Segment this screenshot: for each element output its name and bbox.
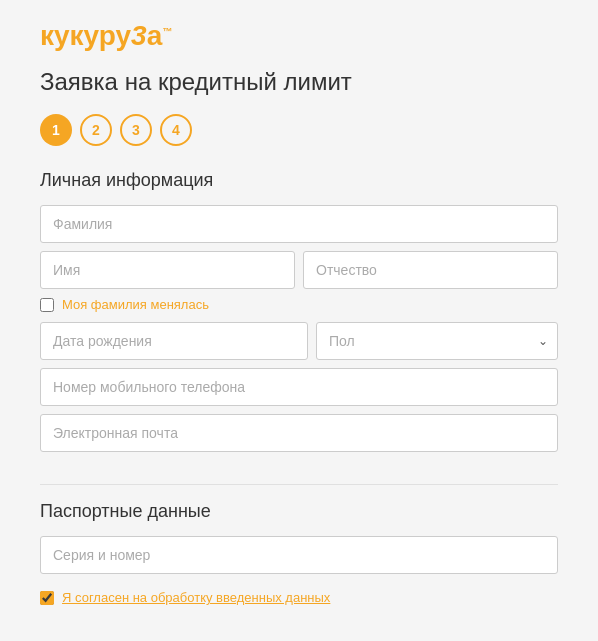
logo-text: кукуру3а: [40, 20, 162, 51]
steps-container: 1 2 3 4: [40, 114, 558, 146]
step-1[interactable]: 1: [40, 114, 72, 146]
page-title: Заявка на кредитный лимит: [40, 68, 558, 96]
series-number-input[interactable]: [40, 536, 558, 574]
phone-input[interactable]: [40, 368, 558, 406]
middle-name-input[interactable]: [303, 251, 558, 289]
name-row: [40, 251, 558, 289]
logo: кукуру3а™: [40, 20, 172, 52]
last-name-input[interactable]: [40, 205, 558, 243]
personal-info-section: Личная информация Моя фамилия менялась П…: [40, 170, 558, 460]
email-input[interactable]: [40, 414, 558, 452]
changed-surname-checkbox[interactable]: [40, 298, 54, 312]
birth-date-input[interactable]: [40, 322, 308, 360]
gender-wrapper: Пол Мужской Женский ⌄: [316, 322, 558, 360]
changed-surname-row: Моя фамилия менялась: [40, 297, 558, 312]
step-4[interactable]: 4: [160, 114, 192, 146]
consent-label[interactable]: Я согласен на обработку введенных данных: [62, 590, 330, 605]
consent-row: Я согласен на обработку введенных данных: [40, 590, 558, 605]
consent-checkbox[interactable]: [40, 591, 54, 605]
first-name-input[interactable]: [40, 251, 295, 289]
logo-tm: ™: [162, 26, 172, 37]
changed-surname-label[interactable]: Моя фамилия менялась: [62, 297, 209, 312]
personal-info-title: Личная информация: [40, 170, 558, 191]
step-2[interactable]: 2: [80, 114, 112, 146]
gender-select[interactable]: Пол Мужской Женский: [316, 322, 558, 360]
page-container: кукуру3а™ Заявка на кредитный лимит 1 2 …: [0, 0, 598, 641]
passport-section: Паспортные данные Я согласен на обработк…: [40, 501, 558, 605]
birth-gender-row: Пол Мужской Женский ⌄: [40, 322, 558, 360]
step-3[interactable]: 3: [120, 114, 152, 146]
passport-section-title: Паспортные данные: [40, 501, 558, 522]
section-divider: [40, 484, 558, 485]
